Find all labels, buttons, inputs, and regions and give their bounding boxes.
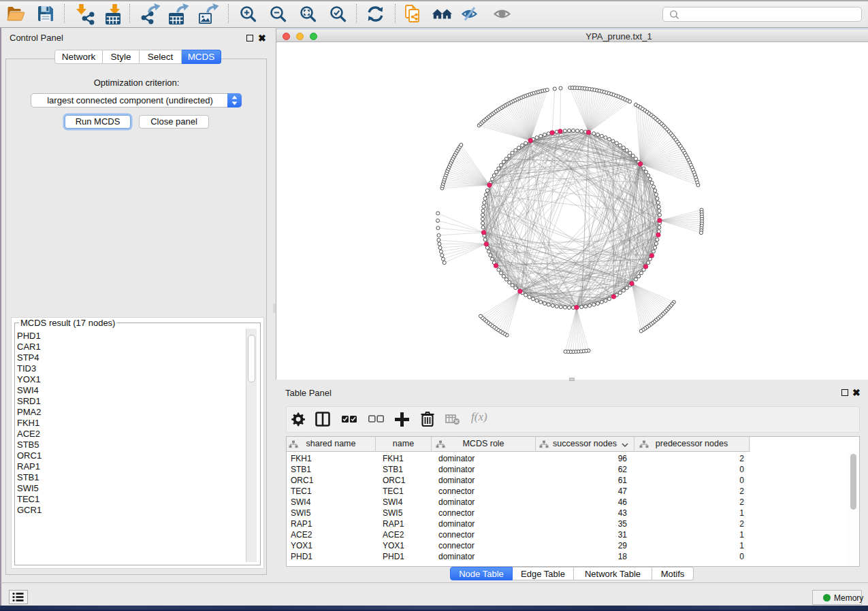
svg-text:f(x): f(x): [471, 410, 487, 423]
